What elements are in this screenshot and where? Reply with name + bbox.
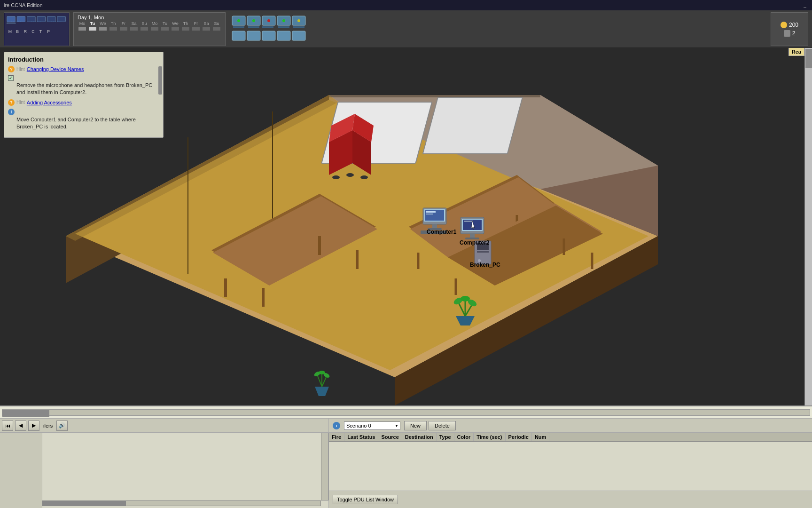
svg-text:P: P	[47, 29, 50, 33]
svg-rect-85	[464, 221, 473, 222]
realtime-label: Rea	[789, 48, 804, 56]
left-panel-scroll	[42, 433, 328, 508]
svg-text:Computer1: Computer1	[427, 229, 457, 235]
pdu-col-destination: Destination	[402, 433, 437, 441]
svg-rect-27	[232, 31, 245, 40]
svg-point-36	[297, 19, 300, 22]
component-list	[0, 433, 42, 508]
minimize-button[interactable]: _	[802, 2, 808, 8]
task-checkbox-1[interactable]: ✓	[8, 75, 14, 81]
score-area: 200 2	[771, 12, 808, 46]
calendar-area: Day 1, Mon Mo Tu We Th Fr Sa Su Mo Tu We…	[73, 12, 226, 46]
svg-rect-77	[426, 211, 436, 213]
left-toolbar-btn-4[interactable]: 🔊	[56, 421, 68, 431]
hint-link-1[interactable]: Changing Device Names	[27, 66, 84, 72]
svg-rect-28	[247, 31, 260, 40]
component-label: ilers	[43, 423, 53, 429]
bottom-hscroll-thumb[interactable]	[2, 410, 49, 417]
svg-text:T: T	[39, 29, 42, 33]
svg-text:C: C	[31, 29, 34, 33]
hint-header-1: ? Hint Changing Device Names	[8, 66, 159, 72]
hint-item-2: ? Hint Adding Accessories	[8, 99, 159, 106]
svg-rect-30	[277, 31, 290, 40]
pdu-col-color: Color	[454, 433, 474, 441]
toolbar: M B R C T P Day 1, Mon Mo Tu We Th Fr Sa…	[0, 10, 812, 48]
logo-area: M B R C T P	[4, 12, 70, 46]
scroll-handle[interactable]	[158, 66, 162, 95]
hint-header-2: ? Hint Adding Accessories	[8, 99, 159, 106]
question-icon-1: ?	[8, 66, 15, 72]
delete-button[interactable]: Delete	[429, 421, 456, 430]
svg-rect-91	[477, 251, 489, 253]
left-toolbar-btn-3[interactable]: ▶	[28, 421, 39, 431]
lock-value: 2	[792, 30, 796, 37]
svg-rect-24	[278, 26, 289, 28]
info-text-1: Move Computer1 and Computer2 to the tabl…	[8, 116, 159, 131]
toggle-pdu-button[interactable]: Toggle PDU List Window	[333, 495, 398, 504]
hint-label: Hint	[16, 67, 25, 72]
bottom-top-bar	[0, 406, 812, 419]
scenario-select[interactable]: Scenario 0	[344, 421, 400, 430]
lock-icon	[784, 30, 790, 37]
scenario-select-wrapper: Scenario 0	[344, 421, 400, 430]
pdu-col-num: Num	[532, 433, 549, 441]
pdu-table-header: Fire Last Status Source Destination Type…	[329, 433, 812, 442]
left-panel: ⏮ ◀ ▶ ilers 🔊	[0, 419, 329, 508]
day-label: Day 1, Mon	[78, 15, 104, 20]
pdu-buttons: New Delete	[404, 421, 456, 430]
coin-icon	[781, 22, 787, 28]
scenario-bar: i Scenario 0 New Delete	[329, 419, 812, 433]
svg-text:B: B	[16, 29, 19, 33]
svg-point-32	[237, 19, 240, 22]
svg-rect-78	[426, 214, 433, 214]
title-bar-controls: _	[802, 2, 808, 8]
canvas-vscroll-thumb[interactable]	[805, 49, 812, 68]
svg-rect-50	[423, 97, 523, 154]
svg-rect-3	[17, 16, 25, 22]
left-toolbar-btn-2[interactable]: ◀	[15, 421, 26, 431]
task-header-1: ✓	[8, 75, 159, 81]
svg-point-64	[360, 175, 368, 179]
canvas-vscroll[interactable]	[804, 48, 812, 405]
svg-rect-6	[47, 16, 55, 22]
scenario-info-icon: i	[333, 422, 340, 429]
pdu-table-content	[329, 442, 812, 491]
score-value: 200	[789, 22, 798, 28]
svg-rect-86	[470, 234, 475, 238]
left-hscroll-thumb[interactable]	[43, 501, 126, 506]
svg-rect-18	[233, 26, 244, 28]
gold-score: 200	[781, 22, 798, 28]
svg-rect-7	[57, 16, 66, 22]
svg-rect-79	[432, 224, 437, 228]
pdu-col-periodic: Periodic	[506, 433, 532, 441]
svg-point-62	[332, 175, 340, 179]
svg-rect-1	[7, 16, 16, 22]
intro-panel-title: Introduction	[8, 56, 159, 63]
pdu-col-source: Source	[378, 433, 402, 441]
info-icon-1: i	[8, 109, 15, 115]
svg-rect-4	[27, 16, 36, 22]
svg-rect-22	[262, 26, 273, 28]
left-toolbar-btn-1[interactable]: ⏮	[2, 421, 13, 431]
question-icon-2: ?	[8, 99, 15, 106]
right-panel: i Scenario 0 New Delete Fire Last Status…	[329, 419, 812, 508]
hint-label-2: Hint	[16, 100, 25, 105]
svg-rect-5	[37, 16, 46, 22]
info-header-1: i	[8, 109, 159, 115]
svg-rect-29	[262, 31, 275, 40]
svg-text:Broken_PC: Broken_PC	[470, 262, 500, 268]
new-button[interactable]: New	[404, 421, 427, 430]
app-title: ire CCNA Edition	[4, 2, 43, 8]
lock-score: 2	[784, 30, 796, 37]
main-canvas: Computer1 Computer2 Broken_PC	[0, 48, 812, 405]
hint-link-2[interactable]: Adding Accessories	[27, 100, 72, 105]
left-vscroll-bar[interactable]	[321, 433, 328, 500]
title-bar: ire CCNA Edition _	[0, 0, 812, 10]
svg-rect-26	[293, 26, 304, 28]
task-item-1: ✓ Remove the microphone and headphones f…	[8, 75, 159, 96]
svg-point-34	[267, 19, 270, 22]
left-hscroll-bar[interactable]	[42, 500, 321, 506]
svg-point-63	[346, 173, 354, 177]
component-list-label: ilers	[41, 423, 55, 429]
task-text-1: Remove the microphone and headphones fro…	[8, 82, 159, 96]
